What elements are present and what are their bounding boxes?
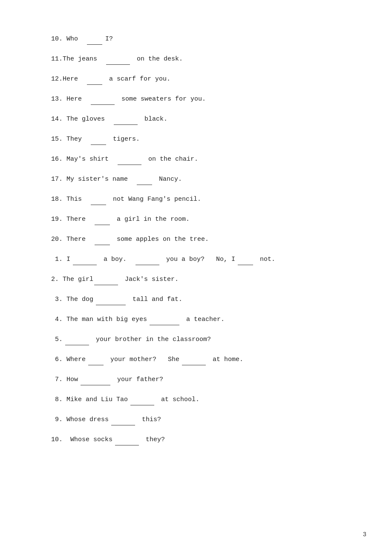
blank-q14 bbox=[114, 114, 138, 125]
line-s6-mid: your mother? She bbox=[107, 355, 179, 365]
line-s10-after: they? bbox=[142, 435, 165, 445]
line-s1-end: not. bbox=[256, 254, 275, 265]
line-s1: 1. I a boy. you a boy? No, I not. bbox=[51, 254, 341, 265]
page-number: 3 bbox=[363, 531, 366, 538]
line-q16: 16. May's shirt on the chair. bbox=[51, 154, 341, 165]
line-q12-after: a scarf for you. bbox=[105, 74, 170, 84]
line-q15-text: 15. They bbox=[51, 134, 82, 145]
blank-s3 bbox=[96, 295, 126, 305]
line-q13-text: 13. Here bbox=[51, 94, 82, 104]
line-q10: 10. Who I? bbox=[51, 34, 341, 45]
line-s3-after: tall and fat. bbox=[129, 295, 182, 305]
line-s6-text: 6. Where bbox=[51, 355, 86, 365]
line-q13-after: some sweaters for you. bbox=[118, 94, 206, 104]
blank-s4 bbox=[150, 315, 179, 325]
line-s8: 8. Mike and Liu Tao at school. bbox=[51, 395, 341, 405]
line-s6: 6. Where your mother? She at home. bbox=[51, 355, 341, 365]
line-s5-after: your brother in the classroom? bbox=[92, 335, 211, 345]
line-q13: 13. Here some sweaters for you. bbox=[51, 94, 341, 105]
line-s9-after: this? bbox=[138, 415, 161, 425]
line-q10-text: 10. Who bbox=[51, 34, 78, 44]
line-s2: 2. The girl Jack's sister. bbox=[51, 275, 341, 285]
line-s4-text: 4. The man with big eyes bbox=[51, 315, 147, 325]
blank-s1c bbox=[238, 254, 253, 265]
line-q15-after: tigers. bbox=[109, 134, 140, 145]
line-s3-text: 3. The dog bbox=[51, 295, 93, 305]
blank-s6a bbox=[88, 355, 104, 365]
line-q17: 17. My sister's name Nancy. bbox=[51, 174, 341, 185]
blank-s8 bbox=[130, 395, 154, 405]
line-q10-after: I? bbox=[105, 34, 113, 44]
line-s1-mid: a boy. bbox=[100, 254, 134, 265]
blank-s2 bbox=[94, 275, 118, 285]
line-s4-after: a teacher. bbox=[182, 315, 225, 325]
line-q12-text: 12.Here bbox=[51, 74, 78, 84]
line-s7-after: your father? bbox=[113, 375, 163, 385]
line-s2-text: 2. The girl bbox=[51, 275, 93, 285]
line-s7-text: 7. How bbox=[51, 375, 78, 385]
line-q19: 19. There a girl in the room. bbox=[51, 214, 341, 225]
line-q17-after: Nancy. bbox=[155, 174, 182, 185]
line-q14-text: 14. The gloves bbox=[51, 114, 105, 124]
blank-s7 bbox=[81, 375, 110, 385]
blank-q17 bbox=[137, 174, 152, 185]
line-q12: 12.Here a scarf for you. bbox=[51, 74, 341, 85]
blank-q11 bbox=[106, 54, 130, 65]
line-q19-after: a girl in the room. bbox=[113, 214, 190, 225]
blank-s10 bbox=[115, 435, 139, 445]
blank-q19 bbox=[95, 214, 110, 225]
blank-s1a bbox=[73, 254, 97, 265]
line-q19-text: 19. There bbox=[51, 214, 86, 225]
blank-q18 bbox=[91, 194, 106, 205]
line-s10-text: 10. Whose socks bbox=[51, 435, 112, 445]
line-q11-text: 11.The jeans bbox=[51, 54, 97, 64]
blank-s6b bbox=[182, 355, 206, 365]
blank-s5 bbox=[65, 335, 89, 345]
line-q15: 15. They tigers. bbox=[51, 134, 341, 145]
line-s10: 10. Whose socks they? bbox=[51, 435, 341, 445]
line-s4: 4. The man with big eyes a teacher. bbox=[51, 315, 341, 325]
line-s9-text: 9. Whose dress bbox=[51, 415, 109, 425]
line-q20: 20. There some apples on the tree. bbox=[51, 234, 341, 245]
line-q11-after: on the desk. bbox=[133, 54, 183, 64]
line-q20-text: 20. There bbox=[51, 234, 86, 245]
line-q20-after: some apples on the tree. bbox=[113, 234, 209, 245]
page-content: 10. Who I? 11.The jeans on the desk. 12.… bbox=[0, 0, 392, 489]
line-s3: 3. The dog tall and fat. bbox=[51, 295, 341, 305]
blank-s1b bbox=[135, 254, 159, 265]
blank-q20 bbox=[95, 234, 110, 245]
line-s6-after: at home. bbox=[209, 355, 243, 365]
line-q17-text: 17. My sister's name bbox=[51, 174, 128, 185]
line-q14-after: black. bbox=[141, 114, 167, 124]
blank-q12 bbox=[87, 74, 102, 85]
blank-q13 bbox=[91, 94, 115, 105]
blank-s9 bbox=[111, 415, 135, 425]
line-q16-text: 16. May's shirt bbox=[51, 154, 109, 165]
blank-q15 bbox=[91, 134, 106, 145]
line-s2-after: Jack's sister. bbox=[121, 275, 179, 285]
line-q14: 14. The gloves black. bbox=[51, 114, 341, 125]
line-s5: 5. your brother in the classroom? bbox=[51, 335, 341, 345]
line-s5-text: 5. bbox=[51, 335, 63, 345]
line-q16-after: on the chair. bbox=[144, 154, 198, 165]
line-s9: 9. Whose dress this? bbox=[51, 415, 341, 425]
line-s8-text: 8. Mike and Liu Tao bbox=[51, 395, 128, 405]
blank-q10 bbox=[87, 34, 102, 45]
line-q18: 18. This not Wang Fang's pencil. bbox=[51, 194, 341, 205]
line-q11: 11.The jeans on the desk. bbox=[51, 54, 341, 65]
line-q18-after: not Wang Fang's pencil. bbox=[109, 194, 201, 205]
line-s1-after: you a boy? No, I bbox=[162, 254, 235, 265]
blank-q16 bbox=[118, 154, 141, 165]
line-s7: 7. How your father? bbox=[51, 375, 341, 385]
line-s1-text: 1. I bbox=[51, 254, 70, 265]
line-s8-after: at school. bbox=[157, 395, 199, 405]
line-q18-text: 18. This bbox=[51, 194, 82, 205]
